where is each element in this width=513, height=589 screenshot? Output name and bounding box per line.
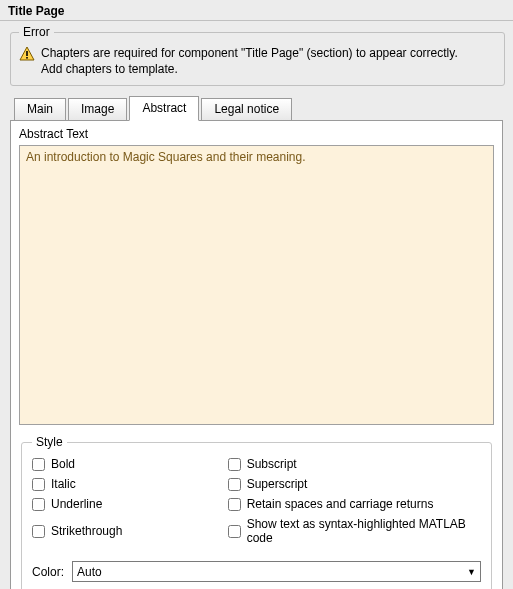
chevron-down-icon: ▼ [467, 567, 476, 577]
error-line-1: Chapters are required for component "Tit… [41, 46, 458, 60]
color-label: Color: [32, 565, 64, 579]
svg-rect-1 [26, 51, 28, 56]
subscript-label: Subscript [247, 457, 297, 471]
warning-icon [19, 46, 35, 65]
svg-rect-2 [26, 57, 28, 59]
subscript-checkbox-row[interactable]: Subscript [228, 457, 481, 471]
superscript-label: Superscript [247, 477, 308, 491]
matlab-checkbox[interactable] [228, 525, 241, 538]
italic-checkbox-row[interactable]: Italic [32, 477, 220, 491]
title-page-panel: Title Page Error Chapters are required f… [0, 0, 513, 589]
page-title: Title Page [0, 0, 513, 21]
tab-main[interactable]: Main [14, 98, 66, 121]
underline-checkbox-row[interactable]: Underline [32, 497, 220, 511]
tabs: Main Image Abstract Legal notice [0, 88, 513, 121]
underline-checkbox[interactable] [32, 498, 45, 511]
abstract-text-area[interactable]: An introduction to Magic Squares and the… [19, 145, 494, 425]
superscript-checkbox[interactable] [228, 478, 241, 491]
style-box: Style Bold Subscript Italic Superscript [21, 435, 492, 589]
retain-checkbox-row[interactable]: Retain spaces and carriage returns [228, 497, 481, 511]
color-dropdown[interactable]: Auto ▼ [72, 561, 481, 582]
style-legend: Style [32, 435, 67, 449]
retain-checkbox[interactable] [228, 498, 241, 511]
subscript-checkbox[interactable] [228, 458, 241, 471]
error-box: Error Chapters are required for componen… [10, 25, 505, 86]
strikethrough-checkbox[interactable] [32, 525, 45, 538]
bold-checkbox[interactable] [32, 458, 45, 471]
italic-checkbox[interactable] [32, 478, 45, 491]
tab-abstract[interactable]: Abstract [129, 96, 199, 121]
abstract-tab-panel: Abstract Text An introduction to Magic S… [10, 120, 503, 589]
matlab-label: Show text as syntax-highlighted MATLAB c… [247, 517, 481, 545]
tab-image[interactable]: Image [68, 98, 127, 121]
strikethrough-label: Strikethrough [51, 524, 122, 538]
retain-label: Retain spaces and carriage returns [247, 497, 434, 511]
bold-checkbox-row[interactable]: Bold [32, 457, 220, 471]
bold-label: Bold [51, 457, 75, 471]
matlab-checkbox-row[interactable]: Show text as syntax-highlighted MATLAB c… [228, 517, 481, 545]
tab-legal-notice[interactable]: Legal notice [201, 98, 292, 121]
abstract-text-label: Abstract Text [19, 127, 494, 141]
error-text: Chapters are required for component "Tit… [41, 45, 458, 77]
italic-label: Italic [51, 477, 76, 491]
underline-label: Underline [51, 497, 102, 511]
strikethrough-checkbox-row[interactable]: Strikethrough [32, 517, 220, 545]
error-line-2: Add chapters to template. [41, 62, 178, 76]
error-legend: Error [19, 25, 54, 39]
color-value: Auto [77, 565, 102, 579]
superscript-checkbox-row[interactable]: Superscript [228, 477, 481, 491]
